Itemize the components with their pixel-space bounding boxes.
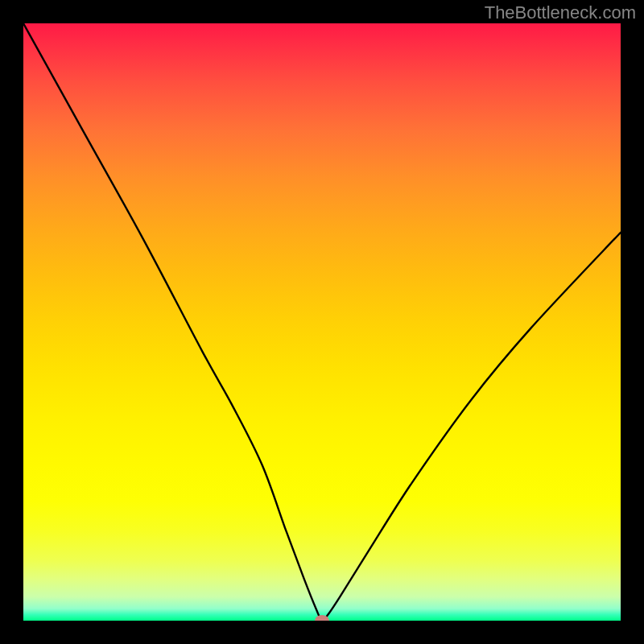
optimum-marker — [315, 615, 329, 621]
plot-area — [23, 23, 621, 621]
chart-frame: TheBottleneck.com — [0, 0, 644, 644]
bottleneck-curve — [23, 23, 621, 621]
watermark-text: TheBottleneck.com — [485, 2, 636, 23]
